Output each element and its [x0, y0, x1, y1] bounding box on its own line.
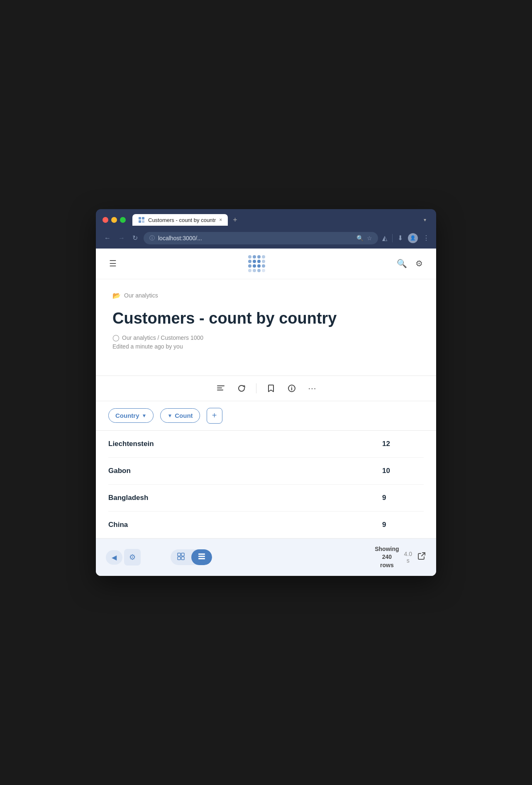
- active-tab[interactable]: Customers - count by countr ×: [132, 214, 228, 226]
- refresh-btn[interactable]: [235, 382, 248, 395]
- header-actions: 🔍 ⚙: [397, 258, 423, 268]
- table-header: Country ▼ ▼ Count +: [96, 401, 436, 431]
- back-btn[interactable]: ←: [102, 233, 112, 244]
- svg-rect-6: [217, 390, 223, 390]
- tab-favicon: [138, 217, 145, 223]
- count-cell: 10: [382, 467, 424, 475]
- search-btn[interactable]: 🔍: [397, 258, 407, 268]
- browser-addressbar: ← → ↻ ⓘ localhost:3000/... 🔍 ☆ ◭ ⬇ 👤 ⋮: [96, 229, 436, 249]
- add-column-btn[interactable]: +: [207, 408, 222, 424]
- reload-btn[interactable]: ↻: [131, 232, 139, 244]
- forward-btn[interactable]: →: [117, 233, 127, 244]
- page-content: ☰ 🔍 ⚙: [96, 249, 436, 576]
- table-row: Liechtenstein 12: [108, 431, 424, 458]
- table-footer: ◀ ⚙: [96, 539, 436, 576]
- country-cell: Liechtenstein: [108, 440, 382, 448]
- page-title: Customers - count by country: [112, 310, 420, 327]
- country-cell: Bangladesh: [108, 494, 382, 502]
- page-body: 📂 Our analytics Customers - count by cou…: [96, 279, 436, 375]
- count-cell: 12: [382, 440, 424, 448]
- meta-cube-icon: ◯: [112, 334, 120, 341]
- hamburger-btn[interactable]: ☰: [109, 258, 117, 268]
- page-meta: ◯ Our analytics / Customers 1000: [112, 334, 420, 341]
- country-cell: Gabon: [108, 467, 382, 475]
- maximize-traffic-light[interactable]: [120, 217, 126, 223]
- app-logo: [248, 255, 265, 272]
- svg-line-17: [422, 553, 425, 556]
- app-header: ☰ 🔍 ⚙: [96, 249, 436, 279]
- toolbar-divider: [256, 383, 256, 393]
- folder-icon: 📂: [112, 292, 121, 300]
- toolbar: ⋯: [96, 375, 436, 401]
- count-cell: 9: [382, 494, 424, 502]
- svg-rect-16: [198, 558, 205, 559]
- view-toggle: [171, 549, 212, 565]
- svg-rect-10: [178, 553, 181, 556]
- new-tab-btn[interactable]: +: [229, 214, 241, 226]
- svg-rect-13: [181, 557, 184, 560]
- tab-dropdown-btn[interactable]: ▾: [420, 215, 430, 224]
- timing-display: 4.0 s: [404, 551, 412, 564]
- page-edited: Edited a minute ago by you: [112, 343, 420, 350]
- address-bar[interactable]: ⓘ localhost:3000/... 🔍 ☆: [144, 232, 378, 244]
- tab-bar: Customers - count by countr × + ▾: [132, 214, 430, 226]
- browser-titlebar: Customers - count by countr × + ▾: [96, 209, 436, 229]
- tab-close-btn[interactable]: ×: [219, 217, 222, 223]
- bookmark-btn[interactable]: [265, 382, 277, 395]
- browser-window: Customers - count by countr × + ▾ ← → ↻ …: [96, 209, 436, 576]
- zoom-icon: 🔍: [356, 235, 364, 241]
- footer-gear-btn[interactable]: ⚙: [124, 549, 141, 566]
- extensions-btn[interactable]: ◭: [382, 234, 387, 242]
- external-link-btn[interactable]: [417, 551, 426, 563]
- footer-stats: Showing 240 rows 4.0 s: [375, 545, 426, 570]
- breadcrumb: 📂 Our analytics: [112, 292, 420, 300]
- star-icon[interactable]: ☆: [367, 235, 372, 241]
- more-btn[interactable]: ⋯: [306, 382, 318, 395]
- close-traffic-light[interactable]: [102, 217, 108, 223]
- url-text: localhost:3000/...: [158, 235, 353, 241]
- svg-rect-2: [139, 220, 141, 223]
- table-rows: Liechtenstein 12 Gabon 10 Bangladesh 9 C…: [96, 431, 436, 538]
- country-column-btn[interactable]: Country ▼: [108, 408, 154, 423]
- count-chevron-icon: ▼: [167, 413, 172, 419]
- traffic-lights: [102, 217, 126, 223]
- showing-text: Showing 240 rows: [375, 545, 399, 570]
- minimize-traffic-light[interactable]: [111, 217, 117, 223]
- svg-rect-15: [198, 556, 205, 557]
- count-column-label: Count: [175, 412, 193, 419]
- columns-btn[interactable]: [215, 382, 227, 395]
- count-column-btn[interactable]: ▼ Count: [160, 408, 200, 423]
- table-row: China 9: [108, 512, 424, 538]
- menu-btn[interactable]: ⋮: [423, 234, 430, 242]
- table-row: Gabon 10: [108, 458, 424, 485]
- browser-actions: ◭ ⬇ 👤 ⋮: [382, 233, 430, 243]
- tab-title: Customers - count by countr: [148, 217, 216, 223]
- country-column-label: Country: [115, 412, 139, 419]
- svg-rect-11: [181, 553, 184, 556]
- download-btn[interactable]: ⬇: [398, 234, 403, 242]
- footer-left: ◀ ⚙: [106, 549, 141, 566]
- settings-btn[interactable]: ⚙: [415, 258, 423, 268]
- footer-btn-group: ◀: [106, 550, 122, 565]
- svg-rect-14: [198, 553, 205, 555]
- info-btn[interactable]: [286, 382, 298, 395]
- gear-icon: ⚙: [129, 553, 136, 562]
- table-section: Country ▼ ▼ Count + Liechtenstein 12 Gab…: [96, 401, 436, 539]
- profile-btn[interactable]: 👤: [408, 233, 418, 243]
- svg-point-9: [291, 386, 292, 387]
- browser-chrome: Customers - count by countr × + ▾ ← → ↻ …: [96, 209, 436, 249]
- table-row: Bangladesh 9: [108, 485, 424, 512]
- lock-icon: ⓘ: [149, 234, 155, 242]
- list-view-btn[interactable]: [191, 549, 212, 565]
- svg-rect-0: [139, 217, 141, 219]
- country-cell: China: [108, 521, 382, 529]
- svg-rect-1: [142, 217, 144, 219]
- count-cell: 9: [382, 521, 424, 529]
- svg-rect-3: [142, 220, 144, 223]
- country-chevron-icon: ▼: [142, 413, 147, 419]
- footer-prev-btn[interactable]: ◀: [106, 550, 122, 565]
- svg-rect-12: [178, 557, 181, 560]
- breadcrumb-label: Our analytics: [124, 292, 158, 299]
- grid-view-btn[interactable]: [171, 549, 191, 565]
- svg-rect-5: [217, 388, 222, 388]
